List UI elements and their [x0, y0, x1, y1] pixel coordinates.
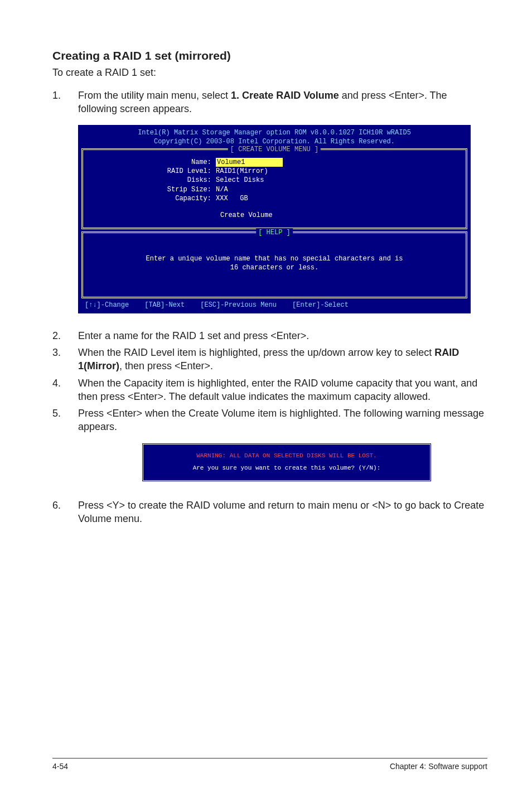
step-text-pre: From the utility main menu, select	[78, 90, 231, 101]
steps-list-3: 6. Press <Y> to create the RAID volume a…	[52, 499, 487, 526]
intro-text: To create a RAID 1 set:	[52, 67, 487, 79]
step-num: 4.	[52, 376, 78, 404]
warning-prompt[interactable]: Are you sure you want to create this vol…	[193, 465, 381, 471]
steps-list-2: 2. Enter a name for the RAID 1 set and p…	[52, 329, 487, 434]
chapter-label: Chapter 4: Software support	[390, 762, 487, 771]
label-disks: Disks:	[88, 176, 216, 185]
key-change: [↑↓]-Change	[85, 301, 129, 310]
bios-help-frame: [ HELP ] Enter a unique volume name that…	[81, 231, 467, 298]
bios-header-1: Intel(R) Matrix Storage Manager option R…	[83, 128, 466, 137]
page-footer: 4-54 Chapter 4: Software support	[52, 758, 487, 771]
step-num: 1.	[52, 89, 78, 116]
step-6: 6. Press <Y> to create the RAID volume a…	[52, 499, 487, 526]
step-body: From the utility main menu, select 1. Cr…	[78, 89, 487, 116]
key-select: [Enter]-Select	[292, 301, 349, 310]
value-raid-level[interactable]: RAID1(Mirror)	[216, 167, 461, 176]
step-3: 3. When the RAID Level item is highlight…	[52, 346, 487, 373]
step-1: 1. From the utility main menu, select 1.…	[52, 89, 487, 116]
value-disks[interactable]: Select Disks	[216, 176, 461, 185]
step-text-bold: 1. Create RAID Volume	[231, 90, 339, 101]
step-5: 5. Press <Enter> when the Create Volume …	[52, 407, 487, 434]
step-body: Enter a name for the RAID 1 set and pres…	[78, 329, 487, 342]
warning-red-text: WARNING: ALL DATA ON SELECTED DISKS WILL…	[149, 452, 424, 459]
bios-screenshot: Intel(R) Matrix Storage Manager option R…	[78, 125, 471, 313]
frame-title-create: [ CREATE VOLUME MENU ]	[228, 145, 321, 154]
frame-title-help: [ HELP ]	[256, 228, 293, 237]
help-line-2: 16 characters or less.	[91, 263, 458, 272]
label-name: Name:	[88, 158, 216, 167]
step-num: 2.	[52, 329, 78, 342]
bios-warning-dialog: WARNING: ALL DATA ON SELECTED DISKS WILL…	[142, 443, 432, 482]
key-prev: [ESC]-Previous Menu	[200, 301, 277, 310]
help-text: Enter a unique volume name that has no s…	[88, 239, 461, 289]
step-body: Press <Y> to create the RAID volume and …	[78, 499, 487, 526]
step-body: When the RAID Level item is highlighted,…	[78, 346, 487, 373]
bios-create-volume-frame: [ CREATE VOLUME MENU ] Name: Volume1 RAI…	[81, 148, 467, 229]
bios-footer-keys: [↑↓]-Change [TAB]-Next [ESC]-Previous Me…	[78, 298, 471, 313]
step-body: Press <Enter> when the Create Volume ite…	[78, 407, 487, 434]
step-4: 4. When the Capacity item is highlighted…	[52, 376, 487, 404]
step-num: 5.	[52, 407, 78, 434]
bios-form: Name: Volume1 RAID Level: RAID1(Mirror) …	[88, 158, 461, 220]
create-volume-action[interactable]: Create Volume	[88, 211, 461, 220]
step-text-post: , then press <Enter>.	[119, 360, 213, 371]
section-heading: Creating a RAID 1 set (mirrored)	[52, 49, 487, 62]
label-strip-size: Strip Size:	[88, 185, 216, 194]
help-line-1: Enter a unique volume name that has no s…	[91, 254, 458, 263]
value-strip-size: N/A	[216, 185, 461, 194]
input-volume-name[interactable]: Volume1	[216, 158, 283, 167]
step-2: 2. Enter a name for the RAID 1 set and p…	[52, 329, 487, 342]
step-text-pre: When the RAID Level item is highlighted,…	[78, 347, 434, 358]
step-num: 3.	[52, 346, 78, 373]
step-body: When the Capacity item is highlighted, e…	[78, 376, 487, 404]
step-num: 6.	[52, 499, 78, 526]
page-number: 4-54	[52, 762, 68, 771]
steps-list-1: 1. From the utility main menu, select 1.…	[52, 89, 487, 116]
key-next: [TAB]-Next	[144, 301, 185, 310]
label-raid-level: RAID Level:	[88, 167, 216, 176]
value-capacity[interactable]: XXX GB	[216, 194, 461, 203]
label-capacity: Capacity:	[88, 194, 216, 203]
